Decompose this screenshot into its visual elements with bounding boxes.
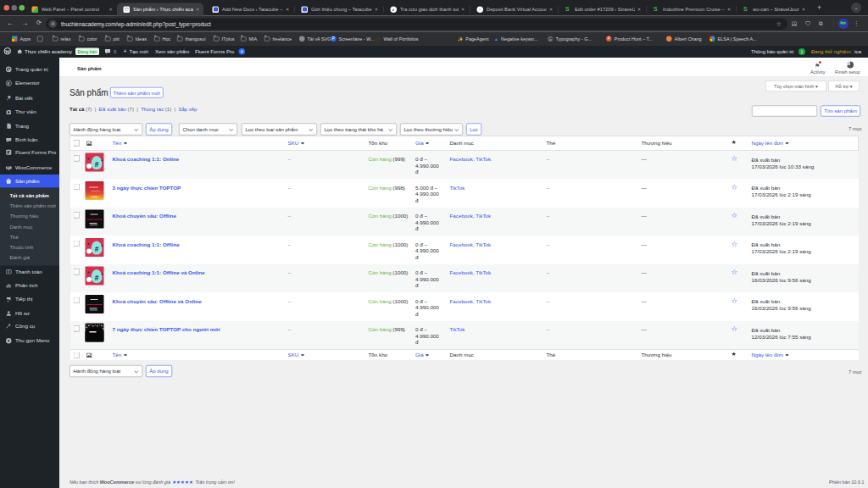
svg-text:W: W <box>7 166 9 169</box>
svg-text:$: $ <box>8 270 10 274</box>
